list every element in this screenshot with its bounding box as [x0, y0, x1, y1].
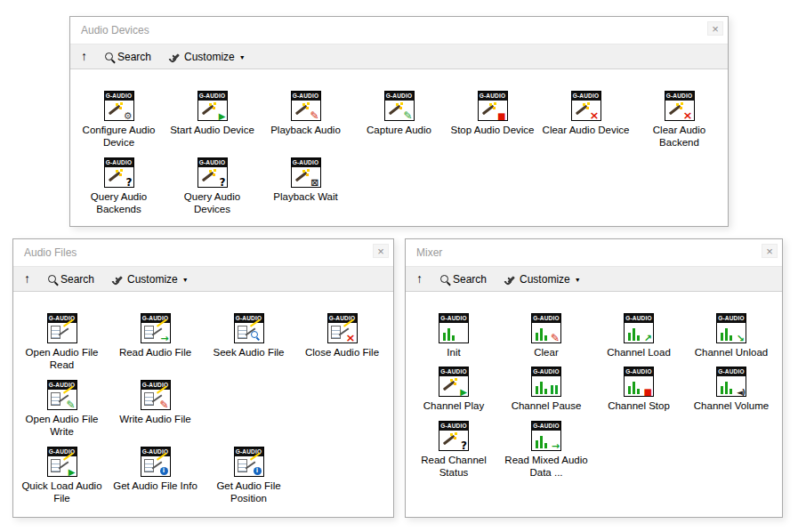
bars-vi-icon: G-AUDIO: [716, 313, 746, 343]
icon-header-label: G-AUDIO: [235, 314, 263, 323]
palette-item-seek-audio-file[interactable]: G-AUDIOSeek Audio File: [202, 313, 295, 372]
search-label: Search: [117, 51, 151, 63]
play-badge-icon: [460, 387, 467, 397]
titlebar[interactable]: Audio Devices: [70, 17, 728, 44]
palette-item-clear[interactable]: G-AUDIOClear: [500, 313, 592, 359]
icon-header-label: G-AUDIO: [292, 158, 320, 167]
palette-item-init[interactable]: G-AUDIOInit: [407, 313, 500, 359]
wrench-icon: [112, 274, 123, 285]
palette-item-query-audio-backends[interactable]: G-AUDIOQuery Audio Backends: [72, 157, 165, 216]
palette-item-get-audio-file-info[interactable]: G-AUDIOGet Audio File Info: [109, 447, 202, 505]
icon-header-label: G-AUDIO: [198, 92, 227, 101]
icon-header-label: G-AUDIO: [141, 381, 170, 390]
icon-header-label: G-AUDIO: [439, 367, 468, 376]
palette-item-clear-audio-device[interactable]: G-AUDIOClear Audio Device: [539, 91, 633, 149]
palette-item-query-audio-devices[interactable]: G-AUDIOQuery Audio Devices: [165, 157, 259, 216]
palette-item-capture-audio[interactable]: G-AUDIOCapture Audio: [352, 91, 446, 149]
palette-body: G-AUDIOInitG-AUDIOClearG-AUDIOChannel Lo…: [406, 292, 782, 480]
palette-item-label: Playback Audio: [270, 124, 341, 136]
palette-item-label: Query Audio Devices: [169, 190, 256, 216]
close-button[interactable]: [762, 244, 778, 258]
close-icon: [377, 245, 384, 258]
palette-item-channel-unload[interactable]: G-AUDIOChannel Unload: [685, 313, 778, 359]
customize-button[interactable]: Customize: [112, 273, 189, 286]
cross-badge-icon: [346, 332, 356, 343]
customize-button[interactable]: Customize: [169, 51, 246, 63]
icon-body: [235, 323, 263, 343]
search-badge-icon: [251, 331, 258, 338]
palette-item-channel-volume[interactable]: G-AUDIOChannel Volume: [685, 367, 778, 412]
search-button[interactable]: Search: [440, 273, 487, 286]
palette-item-get-audio-file-position[interactable]: G-AUDIOGet Audio File Position: [202, 447, 295, 505]
palette-item-stop-audio-device[interactable]: G-AUDIOStop Audio Device: [446, 91, 539, 149]
file-glyph-icon: [51, 326, 60, 339]
palette-item-write-audio-file[interactable]: G-AUDIOWrite Audio File: [109, 380, 202, 439]
bars-glyph-icon: [443, 323, 455, 341]
palette-item-close-audio-file[interactable]: G-AUDIOClose Audio File: [295, 313, 389, 372]
pencil-red-badge-icon: [159, 399, 168, 410]
palette-item-channel-stop[interactable]: G-AUDIOChannel Stop: [592, 367, 685, 412]
wand-vi-icon: G-AUDIO: [571, 91, 601, 121]
icon-body: [572, 101, 601, 120]
palette-item-label: Init: [447, 346, 460, 359]
palette-item-open-audio-file-read[interactable]: G-AUDIOOpen Audio File Read: [15, 313, 109, 372]
palette-row: G-AUDIOQuick Load Audio FileG-AUDIOGet A…: [15, 447, 391, 505]
dropdown-caret-icon: [239, 51, 246, 63]
icon-body: [532, 431, 560, 450]
icon-body: [439, 323, 468, 343]
close-button[interactable]: [707, 21, 723, 36]
palette-item-playback-audio[interactable]: G-AUDIOPlayback Audio: [259, 91, 352, 149]
arrow-right-badge-icon: [552, 441, 560, 451]
palette-item-configure-audio-device[interactable]: G-AUDIOConfigure Audio Device: [72, 91, 165, 149]
palette-item-label: Close Audio File: [305, 346, 379, 359]
arrow-up-right-badge-icon: [644, 334, 652, 343]
up-button[interactable]: [416, 272, 423, 286]
bars-vi-icon: G-AUDIO: [624, 367, 654, 397]
file-glyph-icon: [144, 459, 154, 472]
icon-body: [479, 101, 507, 120]
search-button[interactable]: Search: [48, 273, 94, 286]
file-vi-icon: G-AUDIO: [327, 313, 358, 343]
icon-body: [385, 101, 414, 120]
palette-item-playback-wait[interactable]: G-AUDIOPlayback Wait: [259, 157, 352, 216]
palette-item-channel-load[interactable]: G-AUDIOChannel Load: [592, 313, 685, 359]
palette-row: G-AUDIOOpen Audio File WriteG-AUDIOWrite…: [15, 380, 391, 439]
toolbar: Search Customize: [70, 44, 728, 69]
palette-item-start-audio-device[interactable]: G-AUDIOStart Audio Device: [165, 91, 259, 149]
info-badge-icon: [254, 467, 262, 475]
palette-item-quick-load-audio-file[interactable]: G-AUDIOQuick Load Audio File: [15, 447, 109, 505]
up-button[interactable]: [24, 272, 30, 286]
icon-body: [105, 101, 133, 120]
icon-body: [48, 456, 77, 476]
icon-body: [532, 323, 560, 343]
info-badge-icon: [160, 467, 168, 475]
palette-item-read-channel-status[interactable]: G-AUDIORead Channel Status: [407, 421, 500, 480]
customize-button[interactable]: Customize: [504, 273, 581, 286]
file-glyph-icon: [331, 326, 341, 339]
palette-item-read-audio-file[interactable]: G-AUDIORead Audio File: [109, 313, 202, 372]
window-mixer: Mixer Search Customize G-AUDIOInitG-AUDI…: [405, 238, 783, 518]
palette-item-read-mixed-audio-data[interactable]: G-AUDIORead Mixed Audio Data ...: [500, 421, 592, 480]
file-vi-icon: G-AUDIO: [141, 447, 171, 477]
titlebar[interactable]: Mixer: [406, 239, 782, 266]
search-button[interactable]: Search: [105, 51, 151, 63]
palette-item-channel-pause[interactable]: G-AUDIOChannel Pause: [500, 367, 592, 412]
palette-row: G-AUDIOOpen Audio File ReadG-AUDIORead A…: [15, 313, 391, 372]
palette-item-channel-play[interactable]: G-AUDIOChannel Play: [407, 367, 500, 412]
icon-header-label: G-AUDIO: [385, 92, 414, 101]
icon-body: [235, 456, 263, 476]
search-icon: [48, 275, 56, 283]
titlebar[interactable]: Audio Files: [13, 239, 393, 266]
palette-item-open-audio-file-write[interactable]: G-AUDIOOpen Audio File Write: [15, 380, 109, 439]
icon-header-label: G-AUDIO: [48, 381, 77, 390]
close-button[interactable]: [373, 244, 389, 258]
palette-row: G-AUDIORead Channel StatusG-AUDIORead Mi…: [407, 421, 780, 480]
play-badge-icon: [219, 111, 226, 121]
bars-vi-icon: G-AUDIO: [624, 313, 654, 343]
wand-vi-icon: G-AUDIO: [665, 91, 695, 121]
palette-item-clear-audio-backend[interactable]: G-AUDIOClear Audio Backend: [633, 91, 726, 149]
icon-header-label: G-AUDIO: [572, 92, 601, 101]
wrench-icon: [504, 274, 515, 285]
palette-item-label: Read Channel Status: [410, 454, 497, 480]
up-button[interactable]: [81, 50, 87, 63]
